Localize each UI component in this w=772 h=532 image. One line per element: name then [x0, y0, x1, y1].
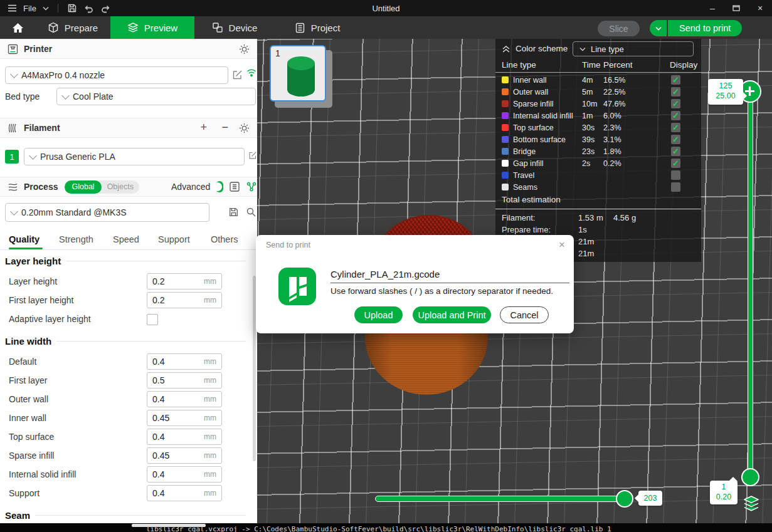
tab-others[interactable]: Others [211, 234, 238, 244]
object-parameters-icon[interactable] [246, 181, 257, 192]
window-title: Untitled [0, 4, 772, 13]
tab-preview[interactable]: Preview [110, 16, 194, 39]
collapse-panel-icon[interactable] [502, 45, 510, 53]
layer-height-group-header: Layer height [0, 256, 251, 266]
move-slider-handle[interactable] [616, 490, 633, 508]
layer-height-rows: Layer height0.2mmFirst layer height0.2mm [0, 272, 257, 310]
file-menu[interactable]: File [23, 4, 36, 13]
scope-global-segment[interactable]: Global [65, 180, 101, 194]
setting-row: First layer height0.2mm [0, 291, 257, 310]
send-options-chevron[interactable] [650, 20, 667, 36]
file-menu-chevron-icon[interactable] [43, 6, 49, 11]
tab-support[interactable]: Support [158, 234, 190, 244]
adaptive-layer-height-checkbox[interactable] [147, 314, 158, 325]
printer-preset-select[interactable]: A4MaxPro 0.4 nozzle [5, 66, 228, 84]
save-icon[interactable] [67, 3, 77, 13]
value-input[interactable]: 0.4mm [147, 466, 222, 482]
color-scheme-label[interactable]: Color scheme [516, 44, 568, 53]
display-checkbox[interactable]: ✓ [671, 111, 680, 120]
value-input[interactable]: 0.4mm [147, 391, 222, 407]
move-slider-track[interactable] [375, 496, 627, 502]
display-checkbox[interactable]: ✓ [671, 123, 680, 132]
value-input[interactable]: 0.4mm [147, 429, 222, 445]
edit-printer-icon[interactable] [232, 70, 243, 80]
setting-row: Default0.4mm [0, 352, 257, 371]
maximize-button[interactable] [724, 0, 748, 16]
edit-filament-icon[interactable] [248, 151, 257, 160]
seam-group-header: Seam [0, 510, 251, 521]
scope-objects-segment[interactable]: Objects [102, 182, 139, 191]
line-width-group-header: Line width [0, 336, 251, 347]
remove-filament-button[interactable]: − [221, 121, 228, 134]
value-input[interactable]: 0.2mm [147, 292, 222, 308]
tab-strength[interactable]: Strength [59, 234, 93, 244]
tab-speed[interactable]: Speed [113, 234, 139, 244]
line-type-swatch [502, 76, 509, 83]
display-checkbox[interactable] [671, 170, 680, 180]
display-checkbox[interactable]: ✓ [671, 159, 680, 168]
search-settings-icon[interactable] [246, 207, 256, 217]
filament-slot-badge[interactable]: 1 [5, 150, 19, 164]
value-input[interactable]: 0.45mm [147, 410, 222, 426]
layers-view-icon[interactable] [741, 495, 761, 514]
filament-preset-select[interactable]: Prusa Generic PLA [24, 148, 245, 165]
value-input[interactable]: 0.5mm [147, 372, 222, 389]
display-checkbox[interactable]: ✓ [671, 147, 680, 156]
redo-icon[interactable] [100, 4, 111, 13]
tab-project[interactable]: Project [275, 16, 360, 39]
display-checkbox[interactable]: ✓ [671, 99, 680, 108]
layer-slider-track[interactable] [748, 91, 753, 477]
send-to-print-dialog: Send to print × Cylinder_PLA_21m.gcode U… [256, 235, 574, 333]
tab-device[interactable]: Device [194, 16, 275, 39]
home-tab[interactable] [0, 16, 35, 39]
undo-icon[interactable] [83, 4, 94, 13]
preview-icon [127, 22, 139, 33]
active-tab-underline [9, 248, 43, 249]
toolbar-divider [58, 4, 58, 13]
minimize-button[interactable]: – [701, 0, 724, 16]
layer-slider-top-tooltip: 125 25.00 [708, 79, 743, 105]
filename-input[interactable]: Cylinder_PLA_21m.gcode [330, 266, 569, 283]
legend-row: Sparse infill10m47.6%✓ [495, 98, 701, 110]
value-input[interactable]: 0.4mm [147, 353, 222, 370]
upload-button[interactable]: Upload [354, 306, 403, 323]
send-to-print-button[interactable]: Send to print [668, 20, 742, 36]
plate-thumbnail[interactable]: 1 [270, 45, 326, 102]
save-preset-icon[interactable] [228, 207, 239, 217]
close-window-icon[interactable]: × [748, 0, 772, 16]
printer-title: Printer [24, 44, 52, 54]
legend-row: Bridge23s1.8%✓ [495, 145, 701, 157]
wifi-connection-icon[interactable] [246, 68, 256, 77]
preset-list-icon[interactable] [229, 181, 240, 192]
tab-prepare[interactable]: Prepare [35, 16, 110, 39]
setting-label: Internal solid infill [9, 469, 76, 479]
filament-settings-gear-icon[interactable] [239, 123, 250, 133]
slice-button[interactable]: Slice [598, 21, 640, 36]
layer-slider-bottom-handle[interactable] [741, 468, 759, 486]
advanced-toggle[interactable] [216, 181, 223, 192]
setting-label: Inner wall [9, 413, 46, 423]
filament-section-header: Filament + − [0, 118, 257, 138]
process-preset-select[interactable]: 0.20mm Standard @MK3S [5, 203, 209, 222]
line-type-swatch [502, 160, 509, 167]
printer-settings-gear-icon[interactable] [239, 44, 250, 55]
hamburger-menu-icon[interactable] [8, 4, 17, 12]
display-checkbox[interactable] [671, 182, 680, 192]
process-scope-segmented: Global Objects [65, 180, 139, 194]
dialog-close-icon[interactable]: × [559, 239, 565, 251]
tab-quality[interactable]: Quality [9, 234, 40, 244]
legend-row: Bottom surface39s3.1%✓ [495, 133, 701, 145]
display-checkbox[interactable]: ✓ [671, 75, 680, 85]
upload-and-print-button[interactable]: Upload and Print [413, 306, 491, 323]
display-checkbox[interactable]: ✓ [671, 135, 680, 144]
value-input[interactable]: 0.2mm [147, 273, 222, 289]
process-icon [8, 182, 18, 192]
cancel-button[interactable]: Cancel [500, 306, 549, 323]
view-type-dropdown[interactable]: Line type [573, 41, 694, 56]
display-checkbox[interactable]: ✓ [671, 87, 680, 96]
value-input[interactable]: 0.45mm [147, 447, 222, 464]
add-filament-button[interactable]: + [200, 121, 207, 134]
bed-type-select[interactable]: Cool Plate [56, 88, 256, 105]
value-input[interactable]: 0.4mm [147, 485, 222, 501]
setting-label: Outer wall [9, 394, 48, 404]
